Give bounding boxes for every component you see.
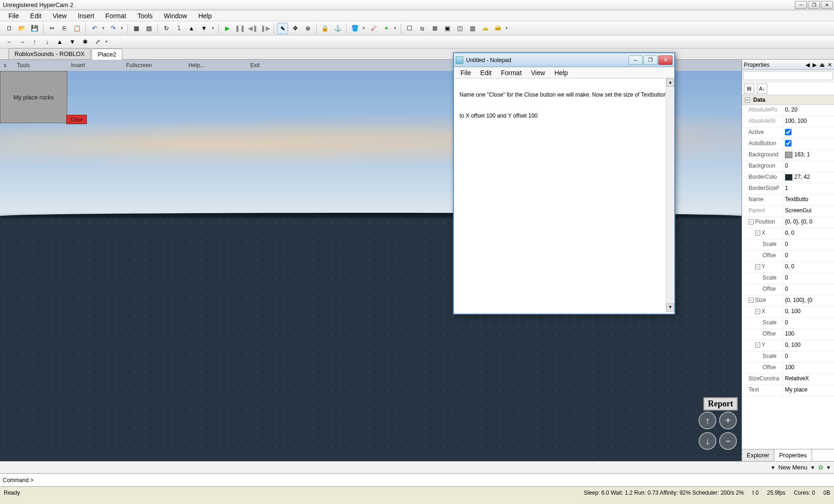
terrain1-icon[interactable]: ⛰ <box>480 23 491 34</box>
property-row[interactable]: Offse0 <box>742 251 834 262</box>
arrow-right-icon[interactable]: → <box>16 36 28 48</box>
viewport-fullscreen[interactable]: Fullscreen <box>120 61 158 70</box>
minimize-button[interactable]: ─ <box>795 1 807 9</box>
tilt-icon[interactable]: ⤵ <box>173 23 184 34</box>
property-value[interactable]: My place <box>783 385 834 396</box>
step-back-icon[interactable]: ◀❚ <box>247 23 258 34</box>
sel-box-icon[interactable]: ☐ <box>404 23 415 34</box>
undo-icon[interactable]: ↶ <box>89 23 100 34</box>
property-value[interactable]: 0 <box>783 273 834 284</box>
close-button[interactable]: ✕ <box>821 1 833 9</box>
color-swatch[interactable] <box>785 174 792 181</box>
property-row[interactable]: Background163; 1 <box>742 150 834 161</box>
property-row[interactable]: TextMy place <box>742 385 834 396</box>
property-row[interactable]: AbsolutePo0, 20 <box>742 105 834 116</box>
menu-edit[interactable]: Edit <box>26 11 46 21</box>
menu-format[interactable]: Format <box>101 11 131 21</box>
color-swatch[interactable] <box>785 152 792 158</box>
notepad-menu-help[interactable]: Help <box>550 68 572 78</box>
scroll-down-icon[interactable]: ▼ <box>666 303 674 312</box>
menu-view[interactable]: View <box>48 11 71 21</box>
property-row[interactable]: −Size{0, 100}, {0 <box>742 295 834 307</box>
menu-tools[interactable]: Tools <box>133 11 157 21</box>
property-group-header[interactable]: −Data <box>742 95 834 105</box>
gui-preview-panel[interactable]: My place rocks <box>0 71 67 123</box>
save-icon[interactable]: 💾 <box>29 23 40 34</box>
axis-move-icon[interactable]: ⊕ <box>302 23 313 34</box>
property-value[interactable]: 0 <box>783 239 834 250</box>
property-row[interactable]: −X0, 100 <box>742 307 834 318</box>
panel-close-icon[interactable]: ✕ <box>827 62 832 68</box>
paste-icon[interactable]: 📋 <box>71 23 83 34</box>
properties-tab[interactable]: Properties <box>774 449 812 461</box>
arrow-down-icon[interactable]: ↓ <box>42 36 53 48</box>
arrow-left-icon[interactable]: ← <box>4 36 15 48</box>
pause-icon[interactable]: ❚❚ <box>234 23 246 34</box>
property-value[interactable]: 100 <box>783 329 834 340</box>
property-row[interactable]: SizeConstraRelativeX <box>742 374 834 385</box>
terrain-dropdown-icon[interactable]: ▼ <box>505 26 509 30</box>
viewport-exit[interactable]: Exit <box>244 61 266 70</box>
terrain2-icon[interactable]: 🏔 <box>492 23 503 34</box>
camera-down-icon[interactable]: ↓ <box>699 432 716 450</box>
properties-filter-input[interactable] <box>743 71 833 80</box>
property-row[interactable]: Scale0 <box>742 273 834 284</box>
scroll-up-icon[interactable]: ▲ <box>666 78 674 87</box>
arrow-solid-down-icon[interactable]: ▼ <box>67 36 78 48</box>
collapse-icon[interactable]: ✱ <box>79 36 91 48</box>
property-value[interactable]: TextButto <box>783 195 834 205</box>
panel-nav-back-icon[interactable]: ◀ <box>806 62 810 68</box>
property-row[interactable]: Scale0 <box>742 351 834 363</box>
property-value[interactable]: 0, 0 <box>783 228 834 239</box>
expand-toggle-icon[interactable]: − <box>755 231 760 236</box>
property-row[interactable]: −X0, 0 <box>742 228 834 239</box>
panel-nav-fwd-icon[interactable]: ▶ <box>813 62 817 68</box>
property-row[interactable]: −Y0, 0 <box>742 262 834 273</box>
property-row[interactable]: −Y0, 100 <box>742 340 834 351</box>
property-row[interactable]: Backgroun0 <box>742 161 834 172</box>
property-value[interactable] <box>783 139 834 149</box>
property-row[interactable]: Offse100 <box>742 329 834 340</box>
undo-dropdown-icon[interactable]: ▼ <box>101 26 106 30</box>
notepad-minimize-button[interactable]: ─ <box>629 56 643 65</box>
sort-az-icon[interactable]: A↓ <box>757 84 767 94</box>
menu-file[interactable]: File <box>4 11 24 21</box>
redo-dropdown-icon[interactable]: ▼ <box>120 26 125 30</box>
sel-box3-icon[interactable]: ⊠ <box>429 23 440 34</box>
property-value[interactable]: 1 <box>783 183 834 194</box>
zoom-out-icon[interactable]: − <box>719 432 737 450</box>
new-menu-arrow-icon[interactable]: ▾ <box>811 464 814 471</box>
property-value[interactable]: 0, 20 <box>783 105 834 116</box>
menu-help[interactable]: Help <box>194 11 217 21</box>
new-menu-label[interactable]: New Menu <box>778 464 807 471</box>
property-value[interactable]: 0 <box>783 318 834 329</box>
gear-green-icon[interactable]: ✿ <box>818 464 823 471</box>
expand-toggle-icon[interactable]: − <box>755 309 760 314</box>
property-checkbox[interactable] <box>785 129 792 135</box>
maximize-button[interactable]: ❐ <box>808 1 820 9</box>
expand-toggle-icon[interactable]: − <box>749 298 754 303</box>
arrow-solid-up-icon[interactable]: ▲ <box>54 36 65 48</box>
paint-icon[interactable]: 🪣 <box>349 23 360 34</box>
explorer-tab[interactable]: Explorer <box>742 449 774 461</box>
sel-box6-icon[interactable]: ▥ <box>467 23 478 34</box>
notepad-window[interactable]: Untitled - Notepad ─ ❐ ✕ File Edit Forma… <box>453 52 675 315</box>
lock-icon[interactable]: 🔒 <box>319 23 331 34</box>
new-file-icon[interactable]: 🗋 <box>4 23 15 34</box>
surface-dropdown-icon[interactable]: ▼ <box>393 26 398 30</box>
menu-insert[interactable]: Insert <box>73 11 99 21</box>
notepad-text-area[interactable]: Name one "Close" for the Close button we… <box>454 78 674 312</box>
expand-toggle-icon[interactable]: − <box>755 343 760 348</box>
property-row[interactable]: Offse100 <box>742 363 834 374</box>
tab-robloxsounds[interactable]: RobloxSounds - ROBLOX <box>8 48 91 59</box>
viewport-insert[interactable]: Insert <box>64 61 92 70</box>
material-icon[interactable]: 🖊 <box>368 23 379 34</box>
anchor-icon[interactable]: ⚓ <box>332 23 343 34</box>
notepad-close-button[interactable]: ✕ <box>658 56 672 65</box>
property-value[interactable]: 27; 42 <box>783 172 834 183</box>
collapse-icon[interactable]: − <box>745 98 750 103</box>
property-row[interactable]: Active <box>742 127 834 139</box>
property-value[interactable]: {0, 100}, {0 <box>783 295 834 306</box>
property-row[interactable]: Offse0 <box>742 284 834 295</box>
property-row[interactable]: AutoButton <box>742 139 834 150</box>
